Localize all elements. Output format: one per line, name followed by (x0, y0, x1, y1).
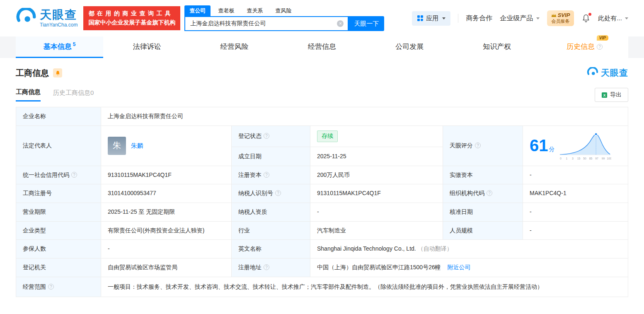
svip-title: SVIP (558, 12, 570, 19)
help-icon[interactable] (487, 190, 492, 196)
axis-label: 97 (595, 157, 598, 160)
tab-history-info[interactable]: VIP 历史信息 (541, 36, 628, 58)
field-label: 核准日期 (443, 203, 523, 222)
tab-label: 法律诉讼 (133, 42, 161, 51)
business-scope-value: 一般项目：技术服务、技术开发、技术咨询、技术交流、技术转让、技术推广；汽车零部件… (101, 277, 628, 297)
legal-rep-avatar[interactable]: 朱 (108, 137, 126, 155)
tab-operation-info[interactable]: 经营信息 (278, 36, 366, 58)
subtabs-row: 工商信息 历史工商信息0 X 导出 (16, 88, 628, 102)
chevron-down-icon (442, 17, 445, 19)
axis-label: 50 (583, 157, 586, 160)
org-code-value: MAK1PC4Q-1 (523, 184, 628, 203)
axis-label: 15 (577, 157, 580, 160)
search-tab-boss[interactable]: 查老板 (213, 5, 239, 16)
notification-bell[interactable] (581, 14, 591, 23)
search-input[interactable] (185, 20, 337, 27)
search-button[interactable]: 天眼一下 (349, 16, 384, 31)
tab-company-development[interactable]: 公司发展 (366, 36, 453, 58)
excel-icon: X (601, 92, 608, 98)
legal-rep-link[interactable]: 朱麟 (131, 141, 143, 150)
enterprise-product-menu[interactable]: 企业级产品 (500, 14, 539, 23)
user-menu[interactable]: 此处有... (598, 14, 628, 22)
english-name-value: Shanghai Jinqida Technology Co., Ltd. (317, 245, 416, 252)
user-label: 此处有... (598, 14, 622, 22)
chevron-down-icon (625, 17, 628, 19)
axis-label: 99 (601, 157, 605, 160)
subscribe-bell-button[interactable] (53, 68, 62, 77)
status-badge: 存续 (317, 130, 338, 142)
subtab-business-info[interactable]: 工商信息 (16, 88, 41, 101)
tab-label: 基本信息 (44, 42, 72, 51)
table-row: 营业期限 2025-11-25 至 无固定期限 纳税人资质 - 核准日期 - (16, 203, 628, 222)
help-icon[interactable] (71, 172, 77, 178)
brand-name: 天眼查 (40, 9, 77, 22)
table-row: 统一社会信用代码 91310115MAK1PC4Q1F 注册资本 200万人民币… (16, 166, 628, 184)
field-label: 注册资本 (232, 166, 310, 184)
legal-rep-cell: 朱 朱麟 (101, 126, 232, 166)
reg-capital-value: 200万人民币 (310, 166, 443, 184)
axis-label: 85 (589, 157, 592, 160)
search-tab-relation[interactable]: 查关系 (242, 5, 268, 16)
field-label: 统一社会信用代码 (16, 166, 101, 184)
field-label: 天眼评分 (443, 126, 523, 166)
tab-basic-info[interactable]: 基本信息 5 (16, 36, 103, 58)
nearby-companies-link[interactable]: 附近公司 (448, 264, 471, 271)
clear-search-icon[interactable] (337, 20, 344, 27)
apps-menu[interactable]: 应用 (412, 11, 450, 26)
help-icon[interactable] (597, 44, 603, 50)
svip-member-badge[interactable]: SVIP 会员服务 (547, 10, 574, 26)
search-tab-company[interactable]: 查公司 (184, 5, 211, 16)
business-info-table: 企业名称 上海金启达科技有限责任公司 法定代表人 朱 朱麟 登记状态 存续 (16, 107, 628, 297)
score-cell: 61分 0 1 3 15 50 (523, 126, 628, 166)
watermark-brand-text: 天眼查 (601, 67, 628, 79)
promo-badge: 都在用的商业查询工具 国家中小企业发展子基金旗下机构 (83, 6, 180, 30)
score-value: 61 (530, 136, 548, 155)
help-icon[interactable] (475, 143, 481, 148)
field-label: 行业 (232, 221, 310, 240)
help-icon[interactable] (264, 264, 269, 270)
notification-dot (588, 13, 591, 16)
search-tabs: 查公司 查老板 查关系 查风险 (184, 5, 384, 16)
tianyancha-logo-icon (16, 8, 36, 29)
field-label: 人员规模 (443, 221, 523, 240)
industry-value: 汽车制造业 (310, 221, 443, 240)
score-unit: 分 (549, 146, 555, 152)
main-content: 工商信息 天眼查 工商信息 历史工商信息0 X 导出 (16, 67, 628, 297)
field-label: 经营范围 (16, 277, 101, 297)
promo-line2: 国家中小企业发展子基金旗下机构 (88, 18, 175, 27)
credit-code-value: 91310115MAK1PC4Q1F (101, 166, 232, 184)
table-row: 法定代表人 朱 朱麟 登记状态 存续 天眼评分 (16, 126, 628, 147)
help-icon[interactable] (264, 172, 269, 178)
subtab-history-business-info[interactable]: 历史工商信息0 (53, 89, 94, 101)
search-box (184, 16, 349, 31)
search-tab-risk[interactable]: 查风险 (270, 5, 296, 16)
section-header: 工商信息 天眼查 (16, 67, 628, 79)
enterprise-product-label: 企业级产品 (500, 14, 533, 22)
reg-status-cell: 存续 (310, 126, 443, 147)
tab-intellectual-property[interactable]: 知识产权 (453, 36, 541, 58)
field-label: 营业期限 (16, 203, 101, 222)
help-icon[interactable] (264, 133, 269, 139)
field-label: 纳税人识别号 (232, 184, 310, 203)
tab-operation-risk[interactable]: 经营风险 (191, 36, 278, 58)
table-row: 工商注册号 310141000953477 纳税人识别号 91310115MAK… (16, 184, 628, 203)
export-button[interactable]: X 导出 (595, 88, 628, 102)
brand-domain: TianYanCha.com (40, 22, 77, 28)
company-type-value: 有限责任公司(外商投资企业法人独资) (101, 221, 232, 240)
help-icon[interactable] (48, 284, 54, 290)
top-header: 天眼查 TianYanCha.com 都在用的商业查询工具 国家中小企业发展子基… (0, 0, 644, 36)
field-label-text: 经营范围 (23, 283, 46, 290)
search-area: 查公司 查老板 查关系 查风险 天眼一下 (184, 5, 384, 31)
field-label-text: 注册资本 (238, 171, 261, 178)
field-label-text: 纳税人识别号 (238, 190, 273, 196)
tab-label: 历史信息 (567, 42, 595, 51)
apps-grid-icon (417, 15, 424, 22)
help-icon[interactable] (275, 190, 281, 196)
establish-date-value: 2025-11-25 (310, 147, 443, 166)
tab-legal-litigation[interactable]: 法律诉讼 (103, 36, 191, 58)
apps-label: 应用 (426, 14, 438, 22)
tianyancha-logo[interactable]: 天眼查 TianYanCha.com (16, 8, 77, 29)
biz-coop-link[interactable]: 商务合作 (466, 14, 492, 23)
chevron-down-icon (536, 17, 540, 19)
table-row: 经营范围 一般项目：技术服务、技术开发、技术咨询、技术交流、技术转让、技术推广；… (16, 277, 628, 297)
